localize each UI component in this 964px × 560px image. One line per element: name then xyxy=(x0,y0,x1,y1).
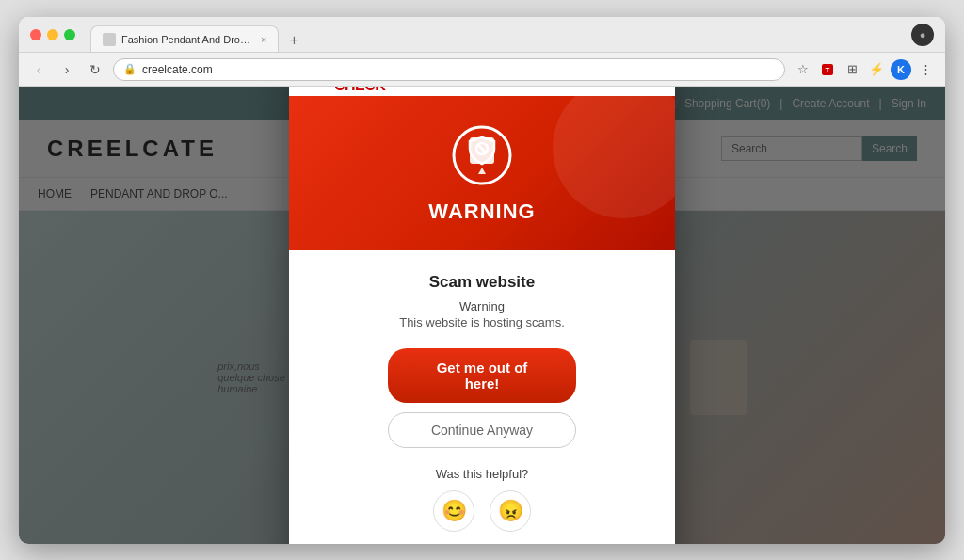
extension-button-3[interactable]: ⚡ xyxy=(866,59,887,80)
more-options-button[interactable]: ⋮ xyxy=(915,59,936,80)
warning-banner: WARNING xyxy=(289,96,675,250)
user-avatar-button[interactable]: K xyxy=(891,59,911,80)
address-bar[interactable]: 🔒 creelcate.com xyxy=(113,58,785,81)
nav-actions: ☆ T ⊞ ⚡ K ⋮ xyxy=(793,59,936,80)
warning-desc: This website is hosting scams. xyxy=(317,315,647,329)
modal-header: TM TREND MICRO CHECK × xyxy=(289,87,675,96)
continue-anyway-button[interactable]: Continue Anyway xyxy=(388,412,576,448)
lock-icon: 🔒 xyxy=(123,63,137,75)
close-window-button[interactable] xyxy=(30,29,41,40)
nav-bar: ‹ › ↻ 🔒 creelcate.com ☆ T ⊞ ⚡ K ⋮ xyxy=(19,53,945,87)
warning-modal: TM TREND MICRO CHECK × xyxy=(289,87,675,544)
tab-close-button[interactable]: × xyxy=(261,34,266,45)
profile-button[interactable]: ● xyxy=(911,24,934,46)
page-content: 🛒 Shopping Cart(0) | Create Account | Si… xyxy=(19,87,945,544)
helpful-no-button[interactable]: 😠 xyxy=(490,490,531,532)
warning-icon xyxy=(449,122,515,188)
extension-button-1[interactable]: T xyxy=(817,59,838,80)
forward-button[interactable]: › xyxy=(56,59,77,80)
tab-bar: Fashion Pendant And Drop Or... × + xyxy=(90,17,904,52)
helpful-buttons: 😊 😠 xyxy=(317,490,647,532)
check-text: CHECK xyxy=(334,87,386,93)
tab-favicon xyxy=(103,33,116,46)
title-bar: Fashion Pendant And Drop Or... × + ● xyxy=(19,17,945,53)
get-out-button[interactable]: Get me out of here! xyxy=(388,348,576,403)
traffic-lights xyxy=(30,29,75,40)
modal-body: Scam website Warning This website is hos… xyxy=(289,250,675,545)
refresh-button[interactable]: ↻ xyxy=(85,59,105,80)
address-text: creelcate.com xyxy=(142,63,213,76)
browser-window: Fashion Pendant And Drop Or... × + ● ‹ ›… xyxy=(19,17,945,544)
trend-micro-logo-icon: TM xyxy=(304,87,330,96)
scam-title: Scam website xyxy=(317,273,647,292)
svg-rect-5 xyxy=(470,137,494,164)
warning-label: Warning xyxy=(317,299,647,313)
modal-close-button[interactable]: × xyxy=(641,87,660,92)
new-tab-button[interactable]: + xyxy=(282,29,305,52)
modal-overlay: TM TREND MICRO CHECK × xyxy=(19,87,945,544)
minimize-window-button[interactable] xyxy=(47,29,58,40)
helpful-yes-button[interactable]: 😊 xyxy=(433,490,474,532)
bookmark-button[interactable]: ☆ xyxy=(793,59,813,80)
helpful-text: Was this helpful? xyxy=(317,467,647,481)
helpful-section: Was this helpful? 😊 😠 xyxy=(317,467,647,545)
svg-text:T: T xyxy=(826,66,830,74)
back-button[interactable]: ‹ xyxy=(28,59,49,80)
active-tab[interactable]: Fashion Pendant And Drop Or... × xyxy=(90,25,279,52)
extension-button-2[interactable]: ⊞ xyxy=(842,59,862,80)
tab-title: Fashion Pendant And Drop Or... xyxy=(121,34,253,45)
trend-micro-logo: TM TREND MICRO CHECK xyxy=(304,87,386,96)
warning-title: WARNING xyxy=(428,200,535,224)
maximize-window-button[interactable] xyxy=(64,29,75,40)
